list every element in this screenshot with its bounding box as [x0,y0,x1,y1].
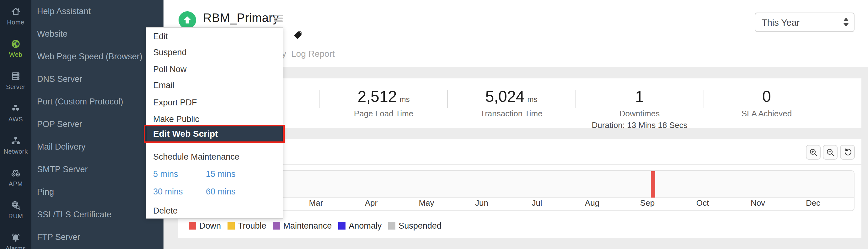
sidebar-item-label: Server [6,84,25,91]
month-tick-dec: Dec [806,198,820,208]
legend-item-trouble[interactable]: Trouble [227,221,267,231]
menu-item-make-public[interactable]: Make Public [146,112,283,126]
legend-label: Maintenance [283,221,332,231]
legend-swatch [227,222,235,229]
stat-column: 0SLA Achieved [704,79,861,128]
period-selector-dropdown[interactable]: This Year [755,12,855,32]
submenu-item-port-custom-protocol-[interactable]: Port (Custom Protocol) [31,90,163,113]
tab-log-report[interactable]: Log Report [291,49,335,59]
month-tick-jul: Jul [532,198,542,208]
sidebar-item-home[interactable]: Home [0,0,31,32]
sidebar-item-alarms[interactable]: Alarms [0,226,31,249]
menu-item-delete[interactable]: Delete [146,204,283,218]
menu-item-edit[interactable]: Edit [146,29,283,43]
primary-sidebar: HomeWebServerAWSNetworkAPMRUMAlarms [0,0,31,249]
submenu-item-smtp-server[interactable]: SMTP Server [31,158,163,181]
aws-boxes-icon [10,103,21,114]
binoculars-icon [10,168,21,179]
submenu-item-pop-server[interactable]: POP Server [31,113,163,135]
legend-item-down[interactable]: Down [189,221,221,231]
legend-item-suspended[interactable]: Suspended [388,221,441,231]
stat-value: 0 [762,89,771,104]
monitor-context-menu: Edit Suspend Poll Now Email Export PDF M… [146,27,283,219]
poll-interval-15-mins[interactable]: 15 mins [206,169,236,179]
stat-value: 5,024 [485,89,524,104]
zoom-in-icon [809,148,818,157]
legend-item-anomaly[interactable]: Anomaly [338,221,381,231]
submenu-item-website[interactable]: Website [31,23,163,45]
sidebar-item-network[interactable]: Network [0,129,31,161]
month-tick-nov: Nov [751,198,765,208]
stat-content: 1DowntimesDuration: 13 Mins 18 Secs [592,89,687,130]
stat-divider [575,90,576,108]
network-icon [10,135,21,146]
stat-label: Transaction Time [480,109,542,119]
legend-label: Trouble [238,221,267,231]
stat-value: 2,512 [358,89,397,104]
stat-value-row: 0 [762,89,771,104]
globe-magnifier-icon [10,200,21,211]
sidebar-item-label: Network [4,148,28,155]
up-arrow-icon [182,15,193,25]
menu-item-email[interactable]: Email [146,79,283,92]
period-selector-value: This Year [762,18,800,28]
menu-item-edit-web-script[interactable]: Edit Web Script [146,126,283,142]
zoom-in-button[interactable] [806,145,820,160]
menu-item-poll-now[interactable]: Poll Now [146,62,283,76]
sidebar-item-aws[interactable]: AWS [0,97,31,129]
submenu-item-help-assistant[interactable]: Help Assistant [31,0,163,23]
legend-item-maintenance[interactable]: Maintenance [273,221,332,231]
sidebar-item-label: Home [7,19,24,26]
server-icon [10,71,21,82]
sidebar-item-apm[interactable]: APM [0,161,31,194]
submenu-item-ftp-server[interactable]: FTP Server [31,226,163,248]
month-tick-oct: Oct [696,198,709,208]
stat-content: 2,512msPage Load Time [354,89,413,119]
menu-item-export-pdf[interactable]: Export PDF [146,96,283,110]
tag-icon[interactable] [293,31,302,39]
submenu-item-dns-server[interactable]: DNS Server [31,68,163,90]
sidebar-item-label: APM [9,180,23,188]
legend-label: Anomaly [349,221,381,231]
sidebar-item-rum[interactable]: RUM [0,194,31,226]
status-up-badge-icon [179,11,196,29]
poll-interval-60-mins[interactable]: 60 mins [206,187,236,197]
month-tick-mar: Mar [309,198,323,208]
stat-unit: ms [528,95,537,104]
stat-sub-duration: Duration: 13 Mins 18 Secs [592,120,687,130]
stat-label: Page Load Time [354,109,413,119]
submenu-item-web-page-speed-browser-[interactable]: Web Page Speed (Browser) [31,45,163,68]
submenu-item-mail-delivery[interactable]: Mail Delivery [31,135,163,158]
stat-label: SLA Achieved [742,109,792,119]
home-icon [10,6,21,17]
poll-interval-30-mins[interactable]: 30 mins [153,187,183,197]
reset-zoom-button[interactable] [840,145,855,160]
month-tick-may: May [418,198,434,208]
stat-column: 1DowntimesDuration: 13 Mins 18 Secs [575,79,704,128]
submenu-item-ssl-tls-certificate[interactable]: SSL/TLS Certificate [31,203,163,226]
sidebar-item-server[interactable]: Server [0,65,31,97]
stat-content: 0SLA Achieved [742,89,792,119]
zoom-out-button[interactable] [823,145,838,160]
month-tick-apr: Apr [365,198,377,208]
menu-separator [146,202,283,202]
globe-icon [10,38,21,49]
poll-interval-5-mins[interactable]: 5 mins [153,169,178,179]
stat-value-row: 1 [635,89,644,104]
stat-value-row: 2,512ms [358,89,409,104]
submenu-item-ping[interactable]: Ping [31,181,163,203]
timeline-chart[interactable]: JanFebMarAprMayJunJulAugSepOctNovDec [185,170,855,211]
menu-item-schedule-maintenance[interactable]: Schedule Maintenance [146,150,283,164]
hamburger-icon[interactable] [274,15,283,23]
legend-label: Down [199,221,221,231]
menu-item-suspend[interactable]: Suspend [146,45,283,59]
sidebar-item-label: AWS [8,116,23,123]
sidebar-item-web[interactable]: Web [0,32,31,65]
month-tick-aug: Aug [585,198,599,208]
stat-value-row: 5,024ms [485,89,537,104]
monitor-title: RBM_Primary [203,11,279,25]
updown-spinner-icon [843,18,849,27]
legend-label: Suspended [399,221,441,231]
stat-unit: ms [400,95,410,104]
downtime-event-bar[interactable] [651,171,655,197]
